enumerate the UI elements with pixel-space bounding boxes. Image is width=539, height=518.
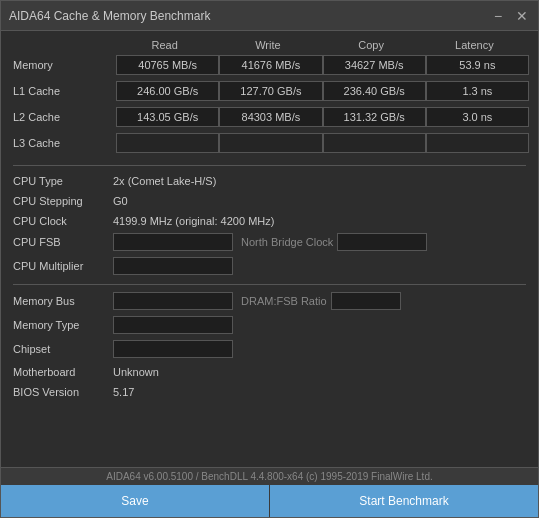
cpu-clock-label: CPU Clock xyxy=(13,215,113,227)
cpu-fsb-input[interactable] xyxy=(113,233,233,251)
bios-label: BIOS Version xyxy=(13,386,113,398)
mem-type-row: Memory Type xyxy=(13,315,526,335)
bios-row: BIOS Version 5.17 xyxy=(13,383,526,401)
cpu-type-row: CPU Type 2x (Comet Lake-H/S) xyxy=(13,172,526,190)
column-headers: Read Write Copy Latency xyxy=(13,39,526,51)
main-window: AIDA64 Cache & Memory Benchmark − ✕ Read… xyxy=(0,0,539,518)
chipset-row: Chipset xyxy=(13,339,526,359)
cpu-fsb-row: CPU FSB North Bridge Clock xyxy=(13,232,526,252)
cpu-mult-input[interactable] xyxy=(113,257,233,275)
memory-label: Memory xyxy=(13,59,113,71)
mem-bus-row: Memory Bus DRAM:FSB Ratio xyxy=(13,291,526,311)
mem-type-input[interactable] xyxy=(113,316,233,334)
l2-write-input[interactable] xyxy=(219,107,322,127)
cpu-fsb-label: CPU FSB xyxy=(13,236,113,248)
l1-read-input[interactable] xyxy=(116,81,219,101)
motherboard-value: Unknown xyxy=(113,366,526,378)
bottom-bar: Save Start Benchmark xyxy=(1,485,538,517)
start-benchmark-button[interactable]: Start Benchmark xyxy=(270,485,538,517)
mem-bus-label: Memory Bus xyxy=(13,295,113,307)
dram-input[interactable] xyxy=(331,292,401,310)
l3-copy-input[interactable] xyxy=(323,133,426,153)
col-label-empty xyxy=(13,39,113,51)
col-write-header: Write xyxy=(216,39,319,51)
cpu-stepping-row: CPU Stepping G0 xyxy=(13,192,526,210)
l1-latency-input[interactable] xyxy=(426,81,529,101)
cpu-stepping-label: CPU Stepping xyxy=(13,195,113,207)
l2-read-input[interactable] xyxy=(116,107,219,127)
l2-cache-row: L2 Cache xyxy=(13,107,526,127)
col-latency-header: Latency xyxy=(423,39,526,51)
cpu-mult-label: CPU Multiplier xyxy=(13,260,113,272)
l1-copy-input[interactable] xyxy=(323,81,426,101)
status-bar: AIDA64 v6.00.5100 / BenchDLL 4.4.800-x64… xyxy=(1,467,538,485)
cpu-stepping-value: G0 xyxy=(113,195,526,207)
divider-2 xyxy=(13,284,526,285)
nb-clock-label: North Bridge Clock xyxy=(241,236,333,248)
titlebar: AIDA64 Cache & Memory Benchmark − ✕ xyxy=(1,1,538,31)
l2-copy-input[interactable] xyxy=(323,107,426,127)
mem-bus-input[interactable] xyxy=(113,292,233,310)
col-copy-header: Copy xyxy=(320,39,423,51)
minimize-button[interactable]: − xyxy=(490,9,506,23)
main-content: Read Write Copy Latency Memory L1 Cache … xyxy=(1,31,538,467)
cpu-type-value: 2x (Comet Lake-H/S) xyxy=(113,175,526,187)
cpu-clock-row: CPU Clock 4199.9 MHz (original: 4200 MHz… xyxy=(13,212,526,230)
col-read-header: Read xyxy=(113,39,216,51)
bios-value: 5.17 xyxy=(113,386,526,398)
chipset-label: Chipset xyxy=(13,343,113,355)
dram-group: DRAM:FSB Ratio xyxy=(233,292,526,310)
nb-clock-input[interactable] xyxy=(337,233,427,251)
memory-copy-input[interactable] xyxy=(323,55,426,75)
cpu-clock-value: 4199.9 MHz (original: 4200 MHz) xyxy=(113,215,526,227)
l2-latency-input[interactable] xyxy=(426,107,529,127)
window-title: AIDA64 Cache & Memory Benchmark xyxy=(9,9,490,23)
l1-cache-row: L1 Cache xyxy=(13,81,526,101)
dram-label: DRAM:FSB Ratio xyxy=(241,295,327,307)
l3-label: L3 Cache xyxy=(13,137,113,149)
mem-type-label: Memory Type xyxy=(13,319,113,331)
cpu-type-label: CPU Type xyxy=(13,175,113,187)
nb-clock-group: North Bridge Clock xyxy=(233,233,526,251)
cpu-info-section: CPU Type 2x (Comet Lake-H/S) CPU Steppin… xyxy=(13,172,526,278)
chipset-input[interactable] xyxy=(113,340,233,358)
memory-row: Memory xyxy=(13,55,526,75)
l3-cache-row: L3 Cache xyxy=(13,133,526,153)
l2-label: L2 Cache xyxy=(13,111,113,123)
l1-write-input[interactable] xyxy=(219,81,322,101)
l3-write-input[interactable] xyxy=(219,133,322,153)
save-button[interactable]: Save xyxy=(1,485,270,517)
memory-info-section: Memory Bus DRAM:FSB Ratio Memory Type Ch… xyxy=(13,291,526,401)
l1-label: L1 Cache xyxy=(13,85,113,97)
l3-latency-input[interactable] xyxy=(426,133,529,153)
memory-read-input[interactable] xyxy=(116,55,219,75)
motherboard-row: Motherboard Unknown xyxy=(13,363,526,381)
memory-latency-input[interactable] xyxy=(426,55,529,75)
l3-read-input[interactable] xyxy=(116,133,219,153)
divider-1 xyxy=(13,165,526,166)
cpu-mult-row: CPU Multiplier xyxy=(13,256,526,276)
close-button[interactable]: ✕ xyxy=(514,9,530,23)
memory-write-input[interactable] xyxy=(219,55,322,75)
motherboard-label: Motherboard xyxy=(13,366,113,378)
window-controls: − ✕ xyxy=(490,9,530,23)
